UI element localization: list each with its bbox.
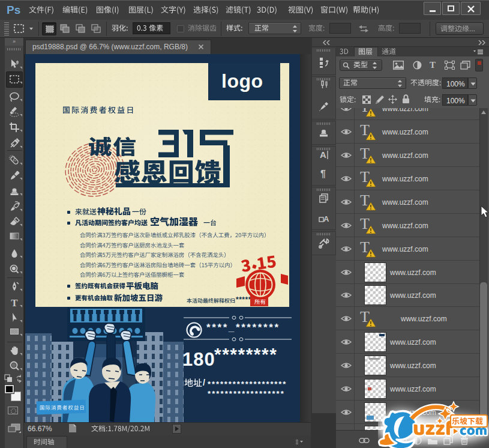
svg-text:T: T <box>11 297 18 308</box>
svg-text:A: A <box>320 150 326 160</box>
svg-text:A: A <box>323 214 329 223</box>
svg-text:¶: ¶ <box>320 169 326 179</box>
